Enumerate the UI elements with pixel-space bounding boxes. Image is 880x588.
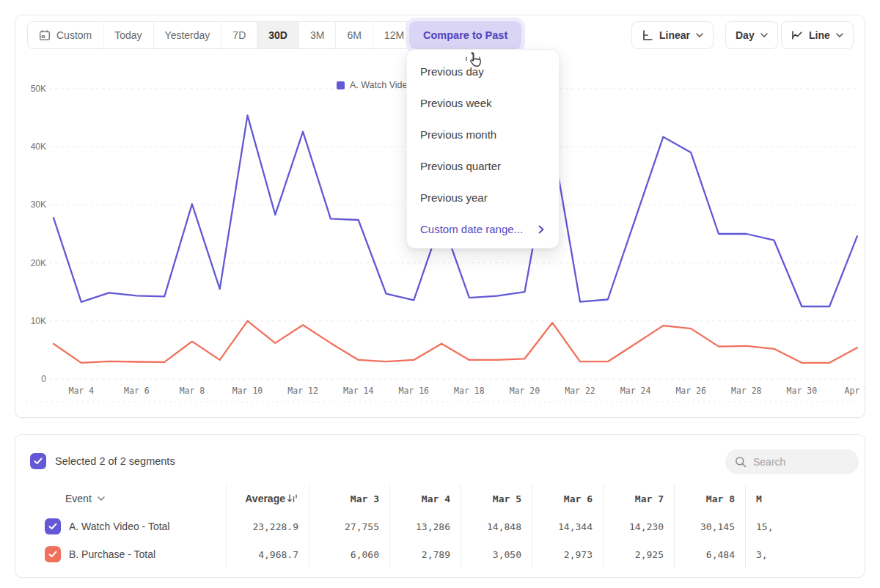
table-value: 6,060 xyxy=(309,540,389,568)
table-value: 14,230 xyxy=(603,512,674,540)
segments-table: EventAverageMar 3Mar 4Mar 5Mar 6Mar 7Mar… xyxy=(30,485,800,568)
range-button-6m[interactable]: 6M xyxy=(335,22,372,48)
menu-item-label: Previous quarter xyxy=(420,160,501,172)
segment-row-label[interactable]: A. Watch Video - Total xyxy=(30,512,226,540)
select-all-checkbox[interactable] xyxy=(30,453,46,469)
chart-toolbar: CustomTodayYesterday7D30D3M6M12M Compare… xyxy=(15,21,865,49)
range-button-custom[interactable]: Custom xyxy=(28,22,103,48)
series-line-purchase[interactable] xyxy=(54,321,857,363)
compare-to-past-label: Compare to Past xyxy=(423,29,507,41)
clipped-column-header: M xyxy=(745,485,800,512)
average-value: 4,968.7 xyxy=(226,540,309,568)
range-label: Yesterday xyxy=(165,29,210,41)
interval-label: Day xyxy=(736,29,755,41)
table-value: 6,484 xyxy=(674,540,745,568)
x-axis-tick: Mar 12 xyxy=(287,386,318,396)
x-axis-tick: Mar 14 xyxy=(343,386,374,396)
menu-item-label: Previous month xyxy=(420,128,496,141)
table-value: 3,050 xyxy=(461,540,532,568)
compare-to-past-menu: Previous dayPrevious weekPrevious monthP… xyxy=(406,49,560,249)
menu-item-custom-date-range[interactable]: Custom date range... xyxy=(407,213,559,245)
check-icon xyxy=(34,457,43,465)
search-input[interactable] xyxy=(753,456,848,468)
event-column-header[interactable]: Event xyxy=(30,485,226,512)
range-label: 6M xyxy=(347,29,361,41)
date-column-header[interactable]: Mar 6 xyxy=(532,485,603,512)
average-value: 23,228.9 xyxy=(226,512,309,540)
menu-item-previous-year[interactable]: Previous year xyxy=(407,182,559,213)
range-button-7d[interactable]: 7D xyxy=(221,22,257,48)
segments-selection-bar: Selected 2 of 2 segments xyxy=(30,453,175,469)
x-axis-tick: Mar 24 xyxy=(620,386,651,396)
range-label: Today xyxy=(114,29,142,41)
x-axis-tick: Mar 30 xyxy=(787,386,818,396)
legend-item-watch-video[interactable]: A. Watch Video xyxy=(337,80,412,90)
y-axis-tick: 20K xyxy=(31,258,46,268)
menu-item-label: Previous week xyxy=(420,97,492,109)
y-axis-tick: 40K xyxy=(31,142,46,152)
menu-item-label: Custom date range... xyxy=(420,223,523,235)
hand-cursor-icon xyxy=(464,51,482,70)
check-icon xyxy=(48,551,57,558)
x-axis-tick: Mar 20 xyxy=(510,386,540,396)
range-button-today[interactable]: Today xyxy=(103,22,153,48)
event-header-label: Event xyxy=(65,493,92,504)
scale-label: Linear xyxy=(659,29,690,41)
interval-select-button[interactable]: Day xyxy=(725,21,778,49)
x-axis-tick: Mar 18 xyxy=(454,386,485,396)
legend-swatch xyxy=(337,81,345,89)
y-axis-tick: 10K xyxy=(31,316,46,326)
segment-checkbox[interactable] xyxy=(45,518,61,534)
date-column-header[interactable]: Mar 3 xyxy=(309,485,389,512)
chart-type-label: Line xyxy=(809,29,830,41)
range-button-30d[interactable]: 30D xyxy=(257,22,298,48)
date-header-label: Mar 3 xyxy=(351,493,379,504)
chevron-down-icon xyxy=(696,33,703,37)
segment-name: A. Watch Video - Total xyxy=(69,521,169,532)
compare-to-past-button[interactable]: Compare to Past xyxy=(409,21,521,49)
clipped-table-value: 15, xyxy=(745,512,800,540)
x-axis-tick: Mar 10 xyxy=(232,386,263,396)
scale-select-button[interactable]: Linear xyxy=(631,21,714,49)
table-value: 30,145 xyxy=(674,512,745,540)
range-label: 12M xyxy=(384,29,404,41)
segment-search xyxy=(725,449,859,474)
segment-row-label[interactable]: B. Purchase - Total xyxy=(30,540,226,568)
line-chart-icon xyxy=(791,29,803,41)
range-button-3m[interactable]: 3M xyxy=(298,22,335,48)
date-header-label: Mar 6 xyxy=(564,493,593,504)
clipped-header-label: M xyxy=(756,493,762,504)
date-header-label: Mar 5 xyxy=(493,493,521,504)
table-value: 14,848 xyxy=(461,512,532,540)
range-button-yesterday[interactable]: Yesterday xyxy=(153,22,221,48)
date-header-label: Mar 7 xyxy=(635,493,664,504)
axis-linear-icon xyxy=(642,29,653,41)
date-header-label: Mar 4 xyxy=(422,493,450,504)
calendar-icon xyxy=(39,29,51,41)
segment-name: B. Purchase - Total xyxy=(69,548,155,560)
date-column-header[interactable]: Mar 4 xyxy=(389,485,461,512)
x-axis-tick: Mar 4 xyxy=(68,386,94,396)
x-axis-tick: Mar 28 xyxy=(731,386,762,396)
average-column-header[interactable]: Average xyxy=(226,485,309,512)
y-axis-tick: 0 xyxy=(41,374,46,384)
segments-card: Selected 2 of 2 segments EventAverageMar… xyxy=(15,434,865,578)
menu-item-previous-day[interactable]: Previous day xyxy=(407,56,559,87)
menu-item-previous-quarter[interactable]: Previous quarter xyxy=(407,150,559,182)
search-icon xyxy=(735,456,747,468)
menu-item-previous-week[interactable]: Previous week xyxy=(407,87,559,119)
chevron-down-icon xyxy=(760,33,768,37)
date-header-label: Mar 8 xyxy=(706,493,735,504)
menu-item-label: Previous year xyxy=(420,191,488,204)
table-value: 2,973 xyxy=(532,540,603,568)
date-column-header[interactable]: Mar 5 xyxy=(461,485,532,512)
date-column-header[interactable]: Mar 8 xyxy=(674,485,745,512)
segment-checkbox[interactable] xyxy=(45,546,61,562)
chevron-down-icon xyxy=(836,33,843,37)
menu-item-previous-month[interactable]: Previous month xyxy=(407,119,559,150)
segments-table-wrapper[interactable]: EventAverageMar 3Mar 4Mar 5Mar 6Mar 7Mar… xyxy=(30,485,800,568)
date-column-header[interactable]: Mar 7 xyxy=(603,485,674,512)
chart-card: CustomTodayYesterday7D30D3M6M12M Compare… xyxy=(15,15,865,418)
date-range-picker: CustomTodayYesterday7D30D3M6M12M xyxy=(27,21,416,49)
chart-type-select-button[interactable]: Line xyxy=(781,21,854,49)
